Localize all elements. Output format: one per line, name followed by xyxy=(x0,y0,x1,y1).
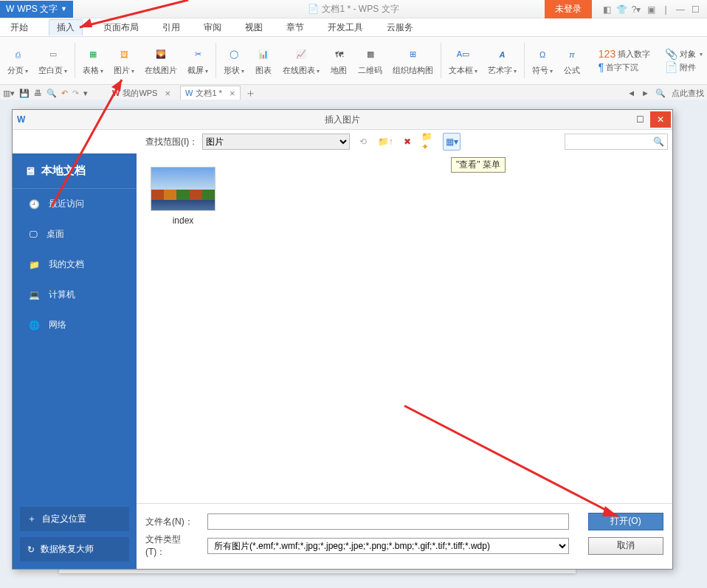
file-list[interactable]: index xyxy=(137,153,672,503)
cancel-button[interactable]: 取消 xyxy=(588,537,663,555)
dialog-maximize-icon[interactable]: ☐ xyxy=(630,111,650,128)
chevron-down-icon: ▾ xyxy=(514,68,517,75)
ribbon-page-break[interactable]: ⎙分页▾ xyxy=(3,40,32,81)
ribbon-picture[interactable]: 🖼图片▾ xyxy=(109,40,139,81)
close-icon[interactable]: × xyxy=(230,88,235,99)
qat-preview-icon[interactable]: 🔍 xyxy=(46,89,57,98)
minimize-icon[interactable]: — xyxy=(673,2,688,17)
up-folder-icon[interactable]: 📁↑ xyxy=(376,133,394,151)
ribbon-chart[interactable]: 📊图表 xyxy=(250,40,277,81)
qat-redo-icon[interactable]: ↷ xyxy=(72,89,79,98)
skin-icon[interactable]: ◧ xyxy=(599,2,614,17)
nav-back-icon[interactable]: ◄ xyxy=(627,89,635,97)
ribbon-map[interactable]: 🗺地图 xyxy=(325,40,352,81)
ribbon-blank-page[interactable]: ▭空白页▾ xyxy=(34,40,72,81)
window-icon[interactable]: ▣ xyxy=(644,2,658,17)
app-badge[interactable]: W WPS 文字 ▼ xyxy=(0,1,73,18)
ribbon-wordart[interactable]: A艺术字▾ xyxy=(483,40,521,81)
file-thumbnail xyxy=(151,167,215,211)
sidebar-data-recover[interactable]: ↻数据恢复大师 xyxy=(20,537,129,561)
search-icon: 🔍 xyxy=(653,136,664,147)
new-folder-icon[interactable]: 📁✦ xyxy=(421,133,438,151)
sidebar-custom-location[interactable]: ＋自定义位置 xyxy=(20,507,129,531)
ribbon-attach[interactable]: 📄附件 xyxy=(665,61,703,73)
sidebar-item-recent[interactable]: 🕘最近访问 xyxy=(13,189,137,219)
shirt-icon[interactable]: 👕 xyxy=(614,2,629,17)
menu-devtools[interactable]: 开发工具 xyxy=(325,20,366,35)
dialog-toolbar: 查找范围(I)： 图片 ⟲ 📁↑ ✖ 📁✦ ▦▾ "查看" 菜单 🔍 xyxy=(13,130,672,153)
tab-label: 我的WPS xyxy=(123,88,157,99)
ribbon-label: 空白页 xyxy=(38,66,63,75)
tab-mywps[interactable]: W我的WPS× xyxy=(107,86,176,101)
ribbon-label: 组织结构图 xyxy=(393,65,433,76)
ribbon-online-chart[interactable]: 📈在线图表▾ xyxy=(278,40,324,81)
close-icon[interactable]: × xyxy=(165,88,170,99)
sidebar-item-documents[interactable]: 📁我的文档 xyxy=(13,249,137,280)
search-hint[interactable]: 点此查找 xyxy=(672,88,704,99)
ribbon-textbox[interactable]: A▭文本框▾ xyxy=(444,40,482,81)
ribbon-screenshot[interactable]: ✂截屏▾ xyxy=(183,40,213,81)
sidebar-items: 🕘最近访问 🖵桌面 📁我的文档 💻计算机 🌐网络 xyxy=(13,189,137,494)
ribbon-symbol[interactable]: Ω符号▾ xyxy=(528,40,557,81)
qat-undo-icon[interactable]: ↶ xyxy=(61,89,68,98)
divider: | xyxy=(658,2,673,17)
back-icon[interactable]: ⟲ xyxy=(354,133,372,151)
chevron-down-icon: ▾ xyxy=(700,51,703,58)
menu-cloud[interactable]: 云服务 xyxy=(384,20,416,35)
qat-print-icon[interactable]: 🖶 xyxy=(34,89,42,97)
search-icon[interactable]: 🔍 xyxy=(655,89,666,98)
scope-select[interactable]: 图片 xyxy=(202,134,350,150)
qat-save-icon[interactable]: 💾 xyxy=(19,89,30,98)
qat-more-icon[interactable]: ▾ xyxy=(83,89,88,98)
ribbon-label: 图片 xyxy=(114,66,130,75)
menu-reference[interactable]: 引用 xyxy=(159,20,183,35)
menu-page-layout[interactable]: 页面布局 xyxy=(100,20,142,35)
help-icon[interactable]: ?▾ xyxy=(629,2,644,17)
menu-view[interactable]: 视图 xyxy=(242,20,266,35)
ribbon: ⎙分页▾ ▭空白页▾ ▦表格▾ 🖼图片▾ 🌄在线图片 ✂截屏▾ ◯形状▾ 📊图表… xyxy=(0,37,707,85)
ribbon-dropcap[interactable]: ¶首字下沉 xyxy=(599,61,650,73)
ribbon-label: 在线图表 xyxy=(283,66,315,75)
equation-icon: π xyxy=(563,46,581,63)
sidebar-item-network[interactable]: 🌐网络 xyxy=(13,310,137,340)
maximize-icon[interactable]: ☐ xyxy=(688,2,703,17)
chevron-down-icon: ▾ xyxy=(64,68,67,75)
ribbon-object[interactable]: 📎对象▾ xyxy=(665,48,703,60)
new-tab-icon[interactable]: ＋ xyxy=(245,86,256,100)
nav-fwd-icon[interactable]: ► xyxy=(641,89,649,97)
menu-start[interactable]: 开始 xyxy=(7,20,31,35)
dialog-title-text: 插入图片 xyxy=(325,114,360,126)
menu-review[interactable]: 审阅 xyxy=(201,20,224,35)
sidebar-item-desktop[interactable]: 🖵桌面 xyxy=(13,219,137,249)
dialog-search-input[interactable]: 🔍 xyxy=(565,134,668,150)
filename-label: 文件名(N)： xyxy=(145,516,200,528)
ribbon-qrcode[interactable]: ▩二维码 xyxy=(354,40,387,81)
menu-chapter[interactable]: 章节 xyxy=(283,20,307,35)
file-item-index[interactable]: index xyxy=(150,167,216,226)
open-button[interactable]: 打开(O) xyxy=(588,513,663,530)
ribbon-shape[interactable]: ◯形状▾ xyxy=(219,40,249,81)
ribbon-online-picture[interactable]: 🌄在线图片 xyxy=(140,40,182,81)
filetype-select[interactable]: 所有图片(*.emf;*.wmf;*.jpg;*.jpeg;*.jpe;*.pn… xyxy=(207,538,569,554)
symbol-icon: Ω xyxy=(534,46,551,63)
dialog-body: 🖥 本地文档 🕘最近访问 🖵桌面 📁我的文档 💻计算机 🌐网络 ＋自定义位置 ↻… xyxy=(13,153,672,569)
filename-input[interactable] xyxy=(207,513,569,530)
wordart-icon: A xyxy=(494,46,511,63)
view-icon[interactable]: ▦▾ xyxy=(443,133,461,151)
ribbon-table[interactable]: ▦表格▾ xyxy=(78,40,108,81)
ribbon-insert-number[interactable]: 123插入数字 xyxy=(599,48,650,60)
ribbon-label: 公式 xyxy=(564,65,580,76)
ribbon-org-chart[interactable]: ⊞组织结构图 xyxy=(388,40,438,81)
menu-insert[interactable]: 插入 xyxy=(49,19,83,35)
dialog-close-icon[interactable]: ✕ xyxy=(650,111,671,128)
app-dropdown-icon[interactable]: ▼ xyxy=(61,5,67,13)
online-picture-icon: 🌄 xyxy=(152,46,170,63)
sidebar-item-computer[interactable]: 💻计算机 xyxy=(13,280,137,310)
login-button[interactable]: 未登录 xyxy=(545,0,592,18)
delete-icon[interactable]: ✖ xyxy=(399,133,416,151)
tab-doc1[interactable]: W文档1 *× xyxy=(180,86,240,101)
qat-new-icon[interactable]: ▥▾ xyxy=(3,89,15,98)
dialog-sidebar: 🖥 本地文档 🕘最近访问 🖵桌面 📁我的文档 💻计算机 🌐网络 ＋自定义位置 ↻… xyxy=(13,153,137,569)
ribbon-equation[interactable]: π公式 xyxy=(559,40,585,81)
ribbon-label: 二维码 xyxy=(358,65,382,76)
